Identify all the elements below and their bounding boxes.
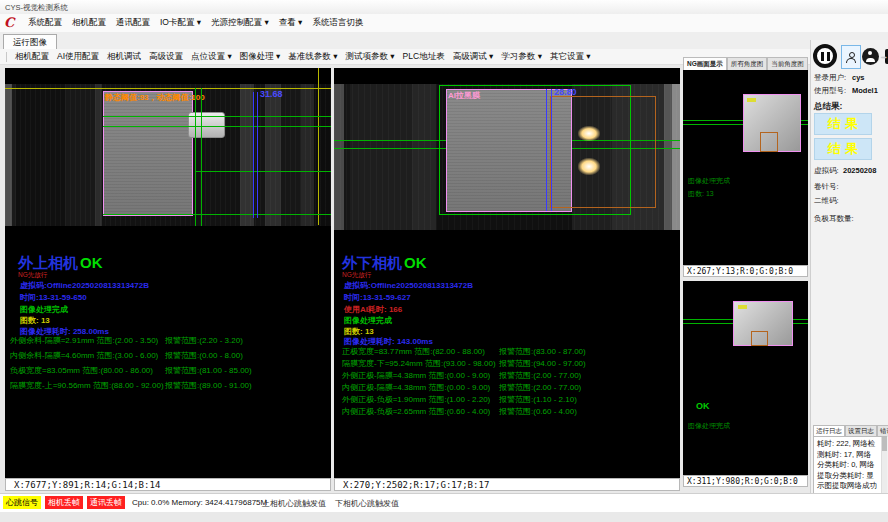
login-user-button[interactable] <box>841 45 861 69</box>
ai-overlay-label: AI拉黑膜 <box>448 90 480 101</box>
led-highlight <box>578 126 600 141</box>
middle-panel-status-bar: X:270;Y:2502;R:17;G:17;B:17 <box>334 478 680 491</box>
led-highlight <box>578 158 600 175</box>
result-status: OK <box>404 254 427 271</box>
title-bar: CYS-视觉检测系统 <box>0 0 888 15</box>
green-measure-line <box>201 88 202 226</box>
time-line: 时间:13-31-59-627 <box>344 292 411 303</box>
blue-measure-line <box>253 92 254 218</box>
log-text-area: 耗时: 222, 网络检测耗时: 17, 网络分类耗时: 0, 网络提取分类耗时… <box>813 436 887 494</box>
done-line: 图像处理完成 <box>20 304 68 315</box>
mini-info-line: 图像处理完成 <box>688 176 730 186</box>
tool-plc-address[interactable]: PLC地址表 <box>403 51 445 63</box>
mini-tab-strip: NG画面显示 所有角度图 当前角度图 <box>683 57 808 70</box>
alarm-range: 报警范围:(2.20 - 3.20) <box>165 335 243 346</box>
measurement-row: 外侧余料-隔膜=2.91mm 范围:(2.00 - 3.50) <box>10 335 158 346</box>
alarm-range: 报警范围:(89.00 - 91.00) <box>165 380 252 391</box>
login-user-label: 登录用户: <box>814 73 846 83</box>
time-line: 时间:13-31-59-650 <box>20 292 87 303</box>
green-measure-line <box>195 88 196 226</box>
tool-baseline-params[interactable]: 基准线参数 ▾ <box>288 51 337 63</box>
tool-test-params[interactable]: 测试项参数 ▾ <box>345 51 394 63</box>
mini-tab-all-angles[interactable]: 所有角度图 <box>727 57 768 70</box>
measurement-row: 隔膜宽度-下=95.24mm 范围:(93.00 - 98.00) <box>342 358 496 369</box>
tool-camera-config[interactable]: 相机配置 <box>15 51 49 63</box>
orange-roi-box <box>760 132 778 152</box>
window-title: CYS-视觉检测系统 <box>5 3 68 13</box>
tool-advanced-settings[interactable]: 高级设置 <box>149 51 183 63</box>
user-switch-button[interactable] <box>862 48 879 65</box>
barcode-line: 虚拟码:Offline2025020813313472B <box>344 280 473 291</box>
menu-light-config[interactable]: 光源控制配置 ▾ <box>211 17 269 29</box>
left-panel-status-bar: X:7677;Y:891;R:14;G:14;B:14 <box>5 478 331 491</box>
pause-icon <box>827 52 830 61</box>
login-user-value: cys <box>852 73 865 82</box>
measure-value-label: 31.68 <box>260 89 283 99</box>
menu-view[interactable]: 查看 ▾ <box>279 17 303 29</box>
menu-bar: C 系统配置 相机配置 通讯配置 IO卡配置 ▾ 光源控制配置 ▾ 查看 ▾ 系… <box>0 14 888 32</box>
green-measure-line <box>195 171 331 172</box>
tool-other-settings[interactable]: 其它设置 ▾ <box>550 51 591 63</box>
menu-io-config[interactable]: IO卡配置 ▾ <box>160 17 201 29</box>
alarm-range: 报警范围:(2.00 - 77.00) <box>499 382 581 393</box>
tool-ai-config[interactable]: AI使用配置 <box>57 51 99 63</box>
green-measure-line <box>103 116 331 117</box>
bottom-status-strip: 心跳信号 相机丢帧 通讯丢帧 Cpu: 0.0% Memory: 3424.41… <box>0 493 888 512</box>
ng-note: NG先放行 <box>342 271 371 280</box>
log-scrollbar-thumb[interactable] <box>882 437 887 451</box>
barcode-value: 20250208 <box>843 166 876 175</box>
mini-info-line: 图数: 13 <box>688 189 714 199</box>
ng-note: NG先放行 <box>18 271 47 280</box>
camera-name: 外下相机 <box>342 254 402 272</box>
menu-system-config[interactable]: 系统配置 <box>28 17 62 29</box>
alarm-range: 报警范围:(83.00 - 87.00) <box>499 346 586 357</box>
exit-icon <box>885 49 888 64</box>
green-measure-line <box>103 126 331 127</box>
model-label: 使用型号: <box>814 86 846 96</box>
yellow-guide-line <box>318 68 319 225</box>
menu-camera-config[interactable]: 相机配置 <box>72 17 106 29</box>
total-result-label: 总结果: <box>814 101 842 113</box>
tool-image-processing[interactable]: 图像处理 ▾ <box>240 51 281 63</box>
log-scrollbar[interactable] <box>881 437 887 493</box>
measurement-row: 隔膜宽度-上=90.56mm 范围:(88.00 - 92.00) <box>10 380 164 391</box>
tab-count-label: 负极耳数量: <box>814 214 854 224</box>
ai-time-line: 使用AI耗时: 166 <box>344 304 402 315</box>
measure-value-label: 28.80 <box>554 87 577 97</box>
mini-overlay-mark <box>738 305 747 309</box>
alarm-range: 报警范围:(81.00 - 85.00) <box>165 365 252 376</box>
tool-advanced-debug[interactable]: 高级调试 ▾ <box>453 51 494 63</box>
measurement-row: 内侧正极-隔膜=4.38mm 范围:(0.00 - 9.00) <box>342 382 490 393</box>
blue-measure-line <box>551 89 552 211</box>
right-sidebar: 登录用户: cys 使用型号: Model1 总结果: 结 果 结 果 虚拟码:… <box>810 40 888 493</box>
blue-measure-line <box>257 92 258 218</box>
upper-camera-heartbeat-label: 上相机心跳触发值 <box>262 498 326 509</box>
measurement-row: 内侧正极-负极=2.65mm 范围:(0.60 - 4.00) <box>342 406 490 417</box>
comm-drop-badge: 通讯丢帧 <box>87 496 125 509</box>
count-line: 图数: 13 <box>20 315 50 326</box>
mini-tab-ng-display[interactable]: NG画面显示 <box>683 57 727 70</box>
menu-language-switch[interactable]: 系统语言切换 <box>312 17 363 29</box>
result-status: OK <box>80 254 103 271</box>
middle-camera-panel: AI拉黑膜 28.80 外下相机OK NG先放行 虚拟码:Offline2025… <box>334 68 680 478</box>
exit-button[interactable] <box>880 45 888 67</box>
orange-roi-box <box>550 96 656 208</box>
mini-panel-1: 图像处理完成 图数: 13 <box>683 70 808 265</box>
measurement-row: 外侧正极-隔膜=4.38mm 范围:(0.00 - 9.00) <box>342 370 490 381</box>
blue-measure-line <box>546 89 547 211</box>
pin-number-label: 卷针号: <box>814 182 839 192</box>
result-box-1: 结 果 <box>814 113 872 135</box>
tool-camera-debug[interactable]: 相机调试 <box>107 51 141 63</box>
result-box-2: 结 果 <box>814 138 872 160</box>
threshold-overlay-text: 静态阈值:93，动态阈值:100 <box>105 92 205 103</box>
pause-button[interactable] <box>813 44 837 68</box>
tool-learning-params[interactable]: 学习参数 ▾ <box>501 51 542 63</box>
mini-tab-current-angle[interactable]: 当前角度图 <box>767 57 808 70</box>
tool-position-settings[interactable]: 点位设置 ▾ <box>191 51 232 63</box>
mini-info-line: 图像处理完成 <box>688 421 730 431</box>
done-line: 图像处理完成 <box>344 315 392 326</box>
barcode-line: 虚拟码:Offline2025020813313472B <box>20 280 149 291</box>
qr-code-label: 二维码: <box>814 196 839 206</box>
alarm-range: 报警范围:(94.00 - 97.00) <box>499 358 586 369</box>
menu-comm-config[interactable]: 通讯配置 <box>116 17 150 29</box>
